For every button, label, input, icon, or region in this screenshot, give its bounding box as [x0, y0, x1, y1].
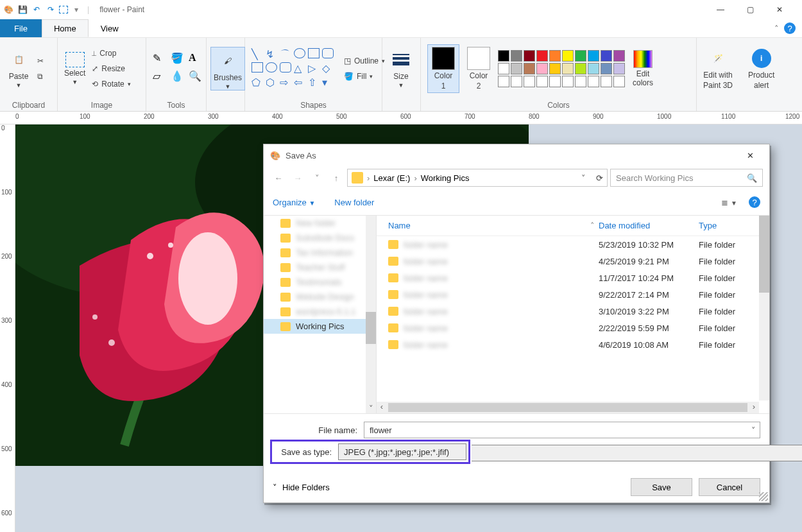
eraser-tool[interactable]: ▱: [153, 70, 168, 85]
filename-input[interactable]: flower˅: [364, 422, 760, 438]
color-swatch-empty[interactable]: [524, 76, 535, 87]
select-button[interactable]: Select▼: [64, 52, 85, 85]
color-swatch-empty[interactable]: [511, 76, 522, 87]
color2-button[interactable]: Color2: [467, 47, 490, 90]
fill-tool[interactable]: 🪣: [171, 52, 186, 67]
minimize-button[interactable]: —: [706, 0, 735, 19]
cancel-button[interactable]: Cancel: [699, 478, 760, 496]
color-swatch[interactable]: [498, 63, 509, 74]
list-scrollbar-vertical[interactable]: [759, 216, 769, 400]
list-row[interactable]: folder name2/22/2019 5:59 PMFile folder: [377, 320, 769, 336]
qat-dropdown-icon[interactable]: ▾: [71, 4, 82, 15]
color-swatch-empty[interactable]: [613, 76, 625, 87]
tree-item[interactable]: Substitute Docs: [264, 230, 376, 245]
dialog-close-button[interactable]: ✕: [737, 151, 763, 160]
color-swatch[interactable]: [549, 63, 561, 74]
paint3d-button[interactable]: 🪄 Edit withPaint 3D: [703, 47, 733, 90]
cut-button[interactable]: ✂: [37, 54, 44, 68]
color-swatch[interactable]: [524, 50, 535, 62]
list-scrollbar-horizontal[interactable]: ‹›: [377, 402, 759, 413]
color-swatch[interactable]: [524, 63, 535, 74]
organize-button[interactable]: Organize ▼: [273, 198, 315, 207]
refresh-icon[interactable]: ⟳: [596, 173, 603, 183]
color-swatch[interactable]: [536, 63, 548, 74]
color-swatch-empty[interactable]: [575, 76, 586, 87]
color-swatch[interactable]: [562, 63, 574, 74]
text-tool[interactable]: A: [189, 52, 204, 67]
chevron-down-icon[interactable]: ˅: [581, 173, 586, 183]
qat-select-icon[interactable]: [59, 6, 68, 13]
undo-icon[interactable]: ↶: [31, 4, 42, 15]
save-button[interactable]: Save: [631, 478, 692, 496]
hide-folders-button[interactable]: ˅ Hide Folders: [273, 483, 330, 492]
tree-item[interactable]: New folder: [264, 216, 376, 230]
list-row[interactable]: folder name4/6/2019 10:08 AMFile folder: [377, 336, 769, 353]
canvas-area[interactable]: 🎨 Save As ✕ ← → ˅ ↑ › Lexar (E:) › Worki…: [15, 124, 802, 532]
shape-fill-button[interactable]: 🪣Fill▾: [344, 69, 385, 83]
tab-view[interactable]: View: [89, 19, 131, 37]
color-swatch-empty[interactable]: [588, 76, 599, 87]
color-swatch[interactable]: [588, 50, 599, 62]
color-swatch-empty[interactable]: [549, 76, 561, 87]
nav-up-button[interactable]: ↑: [328, 173, 345, 183]
tree-item[interactable]: Tax Information: [264, 245, 376, 260]
brushes-button[interactable]: 🖌 Brushes▼: [210, 47, 245, 90]
list-row[interactable]: folder name5/23/2019 10:32 PMFile folder: [377, 236, 769, 253]
shape-outline-button[interactable]: ◳Outline▾: [344, 54, 385, 68]
file-list[interactable]: Name ˄ Date modified Type folder name5/2…: [377, 216, 769, 413]
redo-icon[interactable]: ↷: [45, 4, 56, 15]
color-swatch[interactable]: [588, 63, 599, 74]
nav-forward-button[interactable]: →: [289, 173, 306, 183]
list-row[interactable]: folder name4/25/2019 9:21 PMFile folder: [377, 253, 769, 270]
magnifier-tool[interactable]: 🔍: [189, 70, 204, 85]
copy-button[interactable]: ⧉: [37, 69, 44, 83]
color-swatch[interactable]: [498, 50, 509, 62]
color-swatch[interactable]: [601, 50, 612, 62]
help-icon[interactable]: ?: [784, 22, 796, 34]
folder-tree[interactable]: New folderSubstitute DocsTax Information…: [264, 216, 377, 413]
color-swatch[interactable]: [601, 63, 612, 74]
tab-home[interactable]: Home: [42, 19, 89, 37]
tree-item[interactable]: Testimonials: [264, 275, 376, 289]
list-row[interactable]: folder name11/7/2017 10:24 PMFile folder: [377, 270, 769, 286]
pencil-tool[interactable]: ✎: [153, 52, 168, 67]
size-button[interactable]: Size▼: [389, 49, 413, 89]
tree-item-selected[interactable]: Working Pics: [264, 319, 376, 334]
color-swatch[interactable]: [613, 63, 625, 74]
maximize-button[interactable]: ▢: [735, 0, 765, 19]
list-header[interactable]: Name ˄ Date modified Type: [377, 216, 769, 236]
list-row[interactable]: folder name3/10/2019 3:22 PMFile folder: [377, 303, 769, 320]
color-swatch-empty[interactable]: [601, 76, 612, 87]
breadcrumb[interactable]: › Lexar (E:) › Working Pics ˅ ⟳: [347, 169, 608, 187]
color-swatch-empty[interactable]: [536, 76, 548, 87]
savetype-dropdown[interactable]: JPEG (*.jpg;*.jpeg;*.jpe;*.jfif): [338, 443, 466, 460]
dialog-help-icon[interactable]: ?: [749, 196, 760, 208]
product-alert-button[interactable]: i Productalert: [748, 47, 774, 90]
tree-item[interactable]: Website Design: [264, 289, 376, 304]
close-button[interactable]: ✕: [765, 0, 794, 19]
save-icon[interactable]: 💾: [17, 4, 28, 15]
nav-history-button[interactable]: ˅: [309, 173, 325, 183]
color-swatch[interactable]: [613, 50, 625, 62]
tree-item[interactable]: wordpress-5.1.1: [264, 304, 376, 319]
color-swatch-empty[interactable]: [562, 76, 574, 87]
collapse-ribbon-icon[interactable]: ˄: [774, 24, 779, 33]
resize-grip[interactable]: [759, 492, 768, 501]
tree-scrollbar[interactable]: ˅: [366, 216, 376, 413]
paste-button[interactable]: 📋 Paste▼: [6, 49, 31, 89]
shapes-gallery[interactable]: ╲↯⌒ △▷◇ ⬠⬡⇨ ⇦⇧▾: [252, 48, 335, 89]
new-folder-button[interactable]: New folder: [334, 198, 374, 207]
color-swatch[interactable]: [575, 50, 586, 62]
tree-item[interactable]: Teacher Stuff: [264, 260, 376, 275]
color-swatch[interactable]: [562, 50, 574, 62]
color-swatch[interactable]: [549, 50, 561, 62]
nav-back-button[interactable]: ←: [270, 173, 287, 183]
color-swatch[interactable]: [511, 63, 522, 74]
color-swatch[interactable]: [575, 63, 586, 74]
color1-button[interactable]: Color1: [427, 44, 459, 93]
resize-button[interactable]: ⤢Resize: [92, 62, 130, 76]
crop-button[interactable]: ⟂Crop: [92, 46, 130, 60]
list-row[interactable]: folder name9/22/2017 2:14 PMFile folder: [377, 286, 769, 303]
search-input[interactable]: Search Working Pics 🔍: [610, 169, 763, 187]
picker-tool[interactable]: 💧: [171, 70, 186, 85]
